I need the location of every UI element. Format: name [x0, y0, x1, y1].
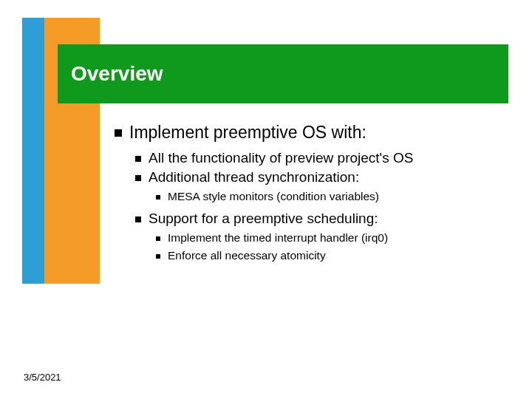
bullet-text: Implement preemptive OS with: [129, 123, 366, 143]
square-bullet-icon [135, 216, 141, 222]
bullet-level2: Additional thread synchronization: [135, 169, 506, 185]
bullet-text: MESA style monitors (condition variables… [168, 190, 379, 203]
bullet-level2: All the functionality of preview project… [135, 150, 506, 166]
bullet-level3: MESA style monitors (condition variables… [156, 190, 506, 203]
bullet-text: All the functionality of preview project… [149, 150, 413, 166]
footer-date: 3/5/2021 [24, 372, 61, 383]
decor-blue-strip [22, 18, 44, 284]
bullet-level1: Implement preemptive OS with: [115, 123, 506, 143]
square-bullet-icon [135, 175, 141, 181]
title-bar: Overview [58, 44, 508, 103]
bullet-text: Enforce all necessary atomicity [168, 249, 326, 262]
slide-body: Implement preemptive OS with: All the fu… [115, 123, 506, 267]
bullet-level3: Implement the timed interrupt handler (i… [156, 231, 506, 245]
square-bullet-icon [156, 254, 160, 259]
bullet-text: Implement the timed interrupt handler (i… [168, 231, 388, 245]
square-bullet-icon [156, 236, 160, 241]
square-bullet-icon [115, 129, 122, 137]
square-bullet-icon [156, 195, 160, 200]
bullet-level3: Enforce all necessary atomicity [156, 249, 506, 262]
bullet-level2: Support for a preemptive scheduling: [135, 211, 506, 227]
square-bullet-icon [135, 156, 141, 162]
bullet-text: Support for a preemptive scheduling: [149, 211, 378, 227]
slide-title: Overview [71, 62, 163, 86]
bullet-text: Additional thread synchronization: [149, 169, 359, 185]
